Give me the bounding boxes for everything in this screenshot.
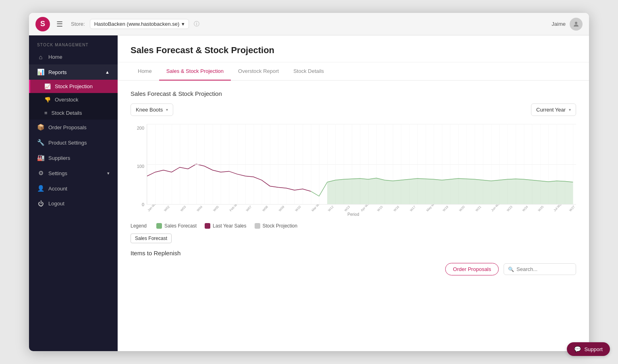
sidebar-item-settings[interactable]: ⚙ Settings ▾ (29, 165, 118, 181)
tabs: Home Sales & Stock Projection Overstock … (118, 62, 589, 81)
support-label: Support (584, 346, 603, 352)
svg-text:W17: W17 (409, 205, 417, 212)
svg-text:W09: W09 (278, 205, 285, 212)
suppliers-icon: 🏭 (37, 154, 44, 161)
svg-text:Jun·W22: Jun·W22 (490, 205, 502, 212)
period-dropdown-label: Current Year (536, 107, 566, 113)
grid-line-top (147, 124, 576, 124)
support-button[interactable]: 💬 Support (567, 342, 610, 356)
sidebar-item-reports[interactable]: 📊 Reports ▲ (29, 64, 118, 80)
svg-text:W16: W16 (393, 205, 400, 213)
order-proposals-icon: 📦 (37, 124, 44, 131)
store-name: HastoBacken (www.hastobacken.se) (94, 21, 180, 27)
svg-text:W03: W03 (180, 205, 187, 213)
svg-text:W23: W23 (506, 205, 513, 213)
chart-area (147, 124, 576, 205)
svg-text:W10: W10 (294, 205, 302, 213)
legend-active-button[interactable]: Sales Forecast (131, 234, 172, 243)
page-title: Sales Forecast & Stock Projection (131, 45, 576, 56)
y-label-200: 200 (137, 126, 144, 130)
svg-text:W12: W12 (327, 205, 334, 212)
topbar-right: Jaime (552, 18, 583, 31)
legend-item-stock-projection[interactable]: Stock Projection (255, 223, 298, 229)
replenish-title: Items to Replenish (131, 250, 576, 256)
tab-stock-details[interactable]: Stock Details (286, 62, 331, 81)
store-chevron-icon: ▾ (182, 21, 185, 27)
sidebar-item-overstock[interactable]: 👎 Overstock (29, 93, 118, 106)
hamburger-icon[interactable]: ☰ (56, 20, 63, 29)
sidebar-item-account[interactable]: 👤 Account (29, 181, 118, 196)
chart-y-axis: 200 100 0 (131, 124, 147, 217)
sidebar-item-stock-projection[interactable]: 📈 Stock Projection (29, 80, 118, 93)
sidebar-item-stock-projection-label: Stock Projection (55, 83, 93, 89)
sidebar-item-reports-label: Reports (48, 69, 67, 75)
svg-text:W20: W20 (458, 205, 466, 213)
search-box: 🔍 (504, 263, 576, 275)
sidebar-item-suppliers[interactable]: 🏭 Suppliers (29, 150, 118, 165)
sidebar-item-product-settings-label: Product Settings (48, 140, 87, 146)
x-labels-svg: Jan·W01 W02 W03 W04 W05 Feb·W06 W07 W08 … (147, 205, 576, 217)
tab-overstock-report[interactable]: Overstock Report (231, 62, 286, 81)
svg-text:W27: W27 (568, 205, 576, 212)
svg-text:Mar·W11: Mar·W11 (311, 205, 322, 212)
sidebar-item-order-proposals[interactable]: 📦 Order Proposals (29, 120, 118, 135)
tab-home[interactable]: Home (131, 62, 159, 81)
svg-text:W05: W05 (212, 205, 220, 213)
chart-container: 200 100 0 (131, 124, 576, 217)
y-label-100: 100 (137, 164, 144, 169)
store-label: Store: (71, 21, 85, 27)
svg-text:Feb·W06: Feb·W06 (229, 205, 241, 212)
topbar: S ☰ Store: HastoBacken (www.hastobacken.… (29, 13, 589, 35)
svg-text:May·W18: May·W18 (426, 205, 438, 212)
legend-title: Legend (131, 223, 147, 229)
body: STOCK MANAGEMENT ⌂ Home 📊 Reports ▲ 📈 St… (29, 35, 589, 351)
sidebar: STOCK MANAGEMENT ⌂ Home 📊 Reports ▲ 📈 St… (29, 35, 118, 351)
sidebar-item-stock-details[interactable]: ≡ Stock Details (29, 106, 118, 120)
tab-sales-stock-projection[interactable]: Sales & Stock Projection (159, 62, 231, 81)
product-dropdown-label: Knee Boots (136, 107, 163, 113)
product-dropdown-chevron-icon: ▾ (166, 108, 168, 112)
reports-submenu: 📈 Stock Projection 👎 Overstock ≡ Stock D… (29, 80, 118, 120)
logout-icon: ⏻ (37, 200, 44, 207)
sidebar-item-home[interactable]: ⌂ Home (29, 50, 118, 64)
order-proposals-button[interactable]: Order Proposals (445, 263, 499, 275)
stock-projection-color (255, 223, 260, 229)
stock-projection-icon: 📈 (44, 83, 51, 89)
legend-area: Legend Sales Forecast Last Year Sales St… (131, 223, 576, 243)
app-logo: S (35, 17, 50, 31)
sidebar-section-label: STOCK MANAGEMENT (29, 35, 118, 50)
settings-icon: ⚙ (37, 170, 44, 177)
sidebar-item-suppliers-label: Suppliers (48, 155, 70, 161)
last-year-sales-color (205, 223, 210, 229)
stock-details-icon: ≡ (44, 110, 48, 116)
search-input[interactable] (516, 266, 569, 272)
sidebar-item-logout[interactable]: ⏻ Logout (29, 196, 118, 211)
x-axis-period-label: Period (348, 212, 359, 217)
filters-row: Knee Boots ▾ Current Year ▾ (131, 103, 576, 116)
svg-text:Apr·W14: Apr·W14 (360, 205, 371, 212)
chart-x-axis: Jan·W01 W02 W03 W04 W05 Feb·W06 W07 W08 … (147, 205, 576, 217)
main-content: Sales Forecast & Stock Projection Home S… (118, 35, 589, 351)
sidebar-item-logout-label: Logout (48, 201, 64, 207)
sales-forecast-area (327, 178, 573, 204)
period-dropdown[interactable]: Current Year ▾ (531, 103, 576, 116)
avatar[interactable] (570, 18, 583, 31)
info-icon[interactable]: ⓘ (194, 21, 199, 28)
svg-text:W13: W13 (344, 205, 351, 213)
account-icon: 👤 (37, 185, 44, 192)
store-selector[interactable]: HastoBacken (www.hastobacken.se) ▾ (90, 19, 189, 29)
legend-item-last-year-sales[interactable]: Last Year Sales (205, 223, 246, 229)
legend-item-sales-forecast[interactable]: Sales Forecast (156, 223, 197, 229)
svg-text:W04: W04 (196, 205, 203, 213)
svg-text:W21: W21 (475, 205, 482, 212)
svg-text:W07: W07 (245, 205, 253, 212)
svg-point-0 (575, 22, 577, 24)
sidebar-item-stock-details-label: Stock Details (52, 110, 82, 116)
sidebar-item-product-settings[interactable]: 🔧 Product Settings (29, 135, 118, 150)
svg-text:W15: W15 (376, 205, 384, 213)
product-dropdown[interactable]: Knee Boots ▾ (131, 103, 173, 116)
product-settings-icon: 🔧 (37, 139, 44, 146)
replenish-actions: Order Proposals 🔍 (131, 263, 576, 280)
svg-text:W25: W25 (537, 205, 545, 213)
period-dropdown-chevron-icon: ▾ (569, 108, 571, 112)
